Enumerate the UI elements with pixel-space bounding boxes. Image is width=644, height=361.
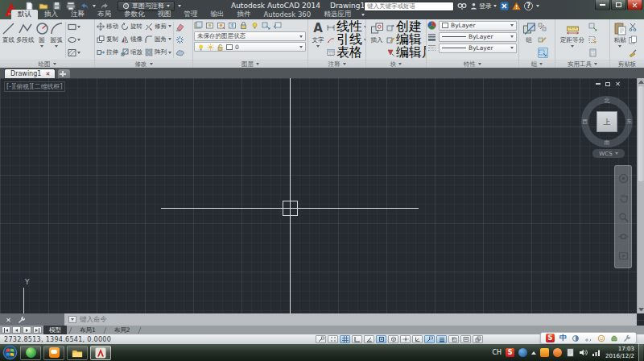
viewcube-west-label[interactable]: 西 xyxy=(582,118,588,126)
layers-panel-label[interactable]: 图层 xyxy=(193,60,308,68)
file-tab-close-icon[interactable] xyxy=(45,72,49,76)
restore-button[interactable] xyxy=(611,0,626,10)
polyline-button[interactable]: 多段线 xyxy=(16,20,35,60)
tray-orange-app1-icon[interactable] xyxy=(540,348,549,357)
modify-panel-label[interactable]: 修改 xyxy=(95,60,192,68)
viewcube-south-label[interactable]: 南 xyxy=(605,139,610,147)
ribbon-tab-view[interactable]: 视图 xyxy=(151,10,178,19)
match-properties-button[interactable] xyxy=(629,48,638,58)
tray-blue-app-icon[interactable] xyxy=(518,348,527,357)
annotation-panel-label[interactable]: 注释 xyxy=(308,60,365,68)
scale-button[interactable]: 缩放 xyxy=(121,47,142,59)
recent-commands-icon[interactable] xyxy=(68,316,76,323)
linetype-dropdown[interactable]: ByLayer xyxy=(439,44,517,53)
alert-icon[interactable] xyxy=(512,2,521,10)
lwt-toggle[interactable] xyxy=(436,335,447,343)
transparency-toggle[interactable] xyxy=(448,335,459,343)
hatch-button[interactable] xyxy=(68,48,80,58)
viewcube-top-face[interactable]: 上 xyxy=(597,111,617,132)
sun-icon[interactable] xyxy=(207,44,214,51)
prev-layout-button[interactable] xyxy=(12,326,21,334)
dyn-toggle[interactable] xyxy=(424,335,435,343)
edit-attributes-button[interactable]: 编辑属性 xyxy=(386,47,426,59)
save-button[interactable] xyxy=(52,2,62,10)
drawing-canvas[interactable]: [-][俯视][二维线框] 北 南 东 西 上 WCS xyxy=(0,78,644,326)
ribbon-tab-annotate[interactable]: 注释 xyxy=(64,10,91,19)
otrack-toggle[interactable] xyxy=(400,335,411,343)
command-input[interactable]: 键入命令 xyxy=(64,315,637,325)
array-button[interactable]: 阵列 xyxy=(145,47,171,59)
properties-panel-label[interactable]: 特性 xyxy=(427,60,518,68)
scroll-thumb[interactable] xyxy=(638,86,644,181)
lineweight-icon[interactable] xyxy=(427,32,436,41)
pan-icon[interactable] xyxy=(618,193,629,203)
new-drawing-tab-button[interactable] xyxy=(58,69,70,78)
last-layout-button[interactable] xyxy=(33,326,42,334)
drawing-restore-icon[interactable] xyxy=(605,82,610,86)
ime-mode-chinese[interactable]: 中 xyxy=(559,333,567,343)
viewcube-north-label[interactable]: 北 xyxy=(605,97,610,105)
qat-menu-arrow-icon[interactable] xyxy=(178,5,181,7)
ribbon-tab-output[interactable]: 输出 xyxy=(204,10,231,19)
rectangle-button[interactable] xyxy=(68,22,80,32)
help-dropdown-arrow-icon[interactable] xyxy=(536,5,539,7)
toolbox-wrench-icon[interactable] xyxy=(623,334,631,342)
color-wheel-icon[interactable] xyxy=(427,21,436,30)
id-point-button[interactable] xyxy=(588,22,597,32)
viewcube-east-label[interactable]: 东 xyxy=(626,118,632,126)
redo-button[interactable] xyxy=(99,2,109,10)
insert-block-button[interactable]: 插入 xyxy=(368,20,386,60)
snap-toggle[interactable] xyxy=(328,335,338,343)
undo-button[interactable] xyxy=(79,2,89,10)
cut-button[interactable] xyxy=(629,22,638,32)
volume-icon[interactable] xyxy=(579,348,588,357)
stretch-button[interactable]: 拉伸 xyxy=(97,47,118,59)
group-button[interactable]: 组 xyxy=(521,20,537,60)
ribbon-tab-featured-apps[interactable]: 精选应用 xyxy=(317,10,357,19)
tray-orange-app2-icon[interactable] xyxy=(553,348,562,357)
linetype-icon[interactable] xyxy=(427,44,436,52)
ungroup-button[interactable] xyxy=(538,22,548,32)
layer-off-icon[interactable] xyxy=(205,21,214,30)
model-tab[interactable]: 模型 xyxy=(43,326,67,334)
quick-calc-button[interactable] xyxy=(588,48,597,58)
ribbon-tab-plugins[interactable]: 插件 xyxy=(231,10,258,19)
utilities-panel-label[interactable]: 实用工具 xyxy=(555,60,609,68)
ribbon-tab-home[interactable]: 默认 xyxy=(11,10,38,19)
layer-isolate-icon[interactable] xyxy=(217,21,225,30)
file-tab-drawing1[interactable]: Drawing1 xyxy=(4,68,56,78)
quick-properties-toggle[interactable] xyxy=(460,335,471,343)
skin-icon[interactable] xyxy=(610,334,618,342)
open-file-button[interactable] xyxy=(38,2,48,10)
orbit-icon[interactable] xyxy=(618,231,629,242)
mirror-button[interactable]: 镜像 xyxy=(121,33,142,45)
grid-toggle[interactable] xyxy=(340,335,350,343)
undo-dropdown-arrow-icon[interactable] xyxy=(93,5,96,7)
selection-cycling-toggle[interactable] xyxy=(473,335,483,343)
lineweight-dropdown[interactable]: ByLayer xyxy=(439,32,517,42)
emoticon-icon[interactable] xyxy=(597,334,605,342)
quick-select-button[interactable] xyxy=(588,35,597,45)
language-indicator[interactable]: CH xyxy=(492,349,502,356)
taskbar-green-app-button[interactable] xyxy=(20,346,41,360)
taskbar-explorer-button[interactable] xyxy=(67,346,88,360)
group-edit-button[interactable] xyxy=(538,35,548,45)
line-button[interactable]: 直线 xyxy=(2,20,15,60)
move-button[interactable]: 移动 xyxy=(97,20,118,32)
wcs-dropdown[interactable]: WCS xyxy=(592,149,625,158)
drawing-close-icon[interactable] xyxy=(615,81,620,86)
taskbar-autocad-button[interactable] xyxy=(90,346,111,360)
command-close-icon[interactable] xyxy=(6,317,10,322)
close-button[interactable] xyxy=(627,0,642,10)
erase-button[interactable] xyxy=(175,22,184,32)
infer-constraints-toggle[interactable] xyxy=(316,335,326,343)
sogou-logo-icon[interactable]: S xyxy=(546,334,555,342)
draw-panel-label[interactable]: 绘图 xyxy=(0,60,94,68)
command-line-grip[interactable] xyxy=(0,313,64,326)
fullwidth-icon[interactable] xyxy=(572,334,580,342)
table-button[interactable]: 表格 xyxy=(327,47,365,59)
trim-button[interactable]: 修剪 xyxy=(145,20,171,32)
minimize-button[interactable] xyxy=(595,0,610,10)
layout2-tab[interactable]: 布局2 xyxy=(109,326,136,334)
command-line[interactable]: 键入命令 xyxy=(0,313,637,326)
